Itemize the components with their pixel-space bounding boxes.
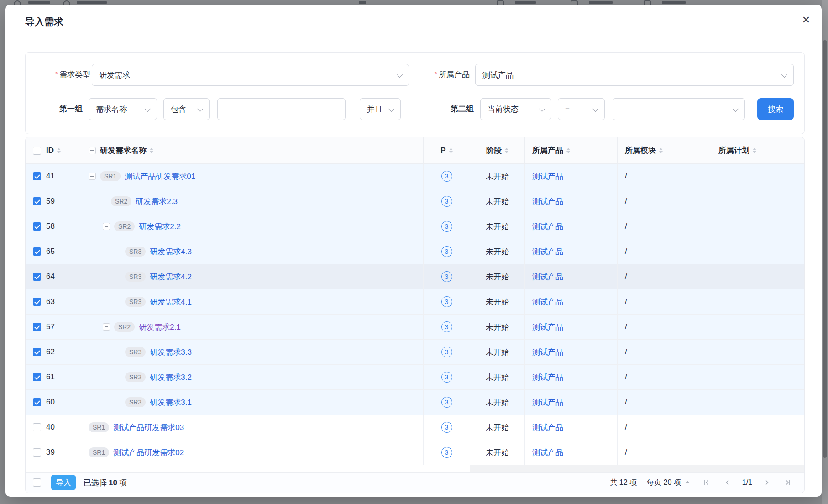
horizontal-scrollbar[interactable] — [26, 465, 804, 472]
row-checkbox[interactable] — [33, 323, 41, 331]
chevron-down-icon — [145, 106, 151, 112]
row-checkbox[interactable] — [33, 348, 41, 356]
cell-plan — [711, 239, 804, 264]
pagination-next-button[interactable] — [762, 478, 771, 487]
requirement-name-link[interactable]: 研发需求2.3 — [136, 196, 178, 207]
product-link[interactable]: 测试产品 — [532, 297, 563, 307]
row-checkbox[interactable] — [33, 298, 41, 306]
module-value: / — [625, 272, 627, 281]
cell-priority: 3 — [424, 289, 470, 314]
product-link[interactable]: 测试产品 — [532, 422, 563, 433]
sort-icon[interactable] — [57, 148, 61, 153]
sort-icon[interactable] — [659, 148, 663, 153]
import-button[interactable]: 导入 — [51, 475, 76, 490]
table-row[interactable]: 60 SR3 研发需求3.1 3 未开始 — [26, 390, 804, 415]
product-link[interactable]: 测试产品 — [532, 447, 563, 458]
row-id: 59 — [46, 197, 55, 206]
cell-stage: 未开始 — [470, 289, 525, 314]
table-row[interactable]: 40 SR1 测试产品研发需求03 3 未开始 — [26, 415, 804, 440]
requirement-name-link[interactable]: 测试产品研发需求01 — [125, 171, 195, 182]
requirement-type-select[interactable]: 研发需求 — [92, 64, 409, 86]
sort-icon[interactable] — [753, 148, 756, 153]
select-all-checkbox[interactable] — [33, 147, 41, 155]
cell-name: SR1 测试产品研发需求01 — [81, 164, 424, 189]
row-checkbox[interactable] — [33, 222, 41, 231]
horizontal-scrollbar-track[interactable] — [470, 465, 804, 472]
row-checkbox[interactable] — [33, 247, 41, 256]
product-link[interactable]: 测试产品 — [532, 347, 563, 357]
stage-value: 未开始 — [486, 272, 509, 282]
row-id: 41 — [46, 172, 55, 181]
screen: 导入需求 ✕ *需求类型 研发需求 *所属产品 测试产品 第一组 需求名称 包含… — [0, 0, 828, 504]
sort-icon[interactable] — [505, 148, 508, 153]
collapse-toggle-icon[interactable] — [89, 173, 96, 180]
table-row[interactable]: 41 SR1 测试产品研发需求01 3 未开始 — [26, 164, 804, 189]
row-checkbox[interactable] — [33, 448, 41, 457]
product-link[interactable]: 测试产品 — [532, 247, 563, 257]
row-checkbox[interactable] — [33, 197, 41, 205]
collapse-toggle-icon[interactable] — [103, 223, 110, 230]
sort-icon[interactable] — [150, 148, 153, 153]
product-link[interactable]: 测试产品 — [532, 322, 563, 332]
table-row[interactable]: 62 SR3 研发需求3.3 3 未开始 — [26, 340, 804, 365]
product-link[interactable]: 测试产品 — [532, 397, 563, 408]
requirement-name-link[interactable]: 研发需求4.3 — [150, 247, 192, 257]
page-indicator: 1/1 — [742, 478, 752, 487]
group1-keyword-input[interactable] — [217, 98, 346, 120]
row-checkbox[interactable] — [33, 398, 41, 406]
product-link[interactable]: 测试产品 — [532, 272, 563, 282]
priority-badge: 3 — [441, 447, 452, 458]
table-row[interactable]: 64 SR3 研发需求4.2 3 未开始 — [26, 264, 804, 289]
table-row[interactable]: 59 SR2 研发需求2.3 3 未开始 — [26, 189, 804, 214]
collapse-toggle-icon[interactable] — [103, 323, 110, 331]
product-link[interactable]: 测试产品 — [532, 196, 563, 207]
group2-field-select[interactable]: 当前状态 — [480, 98, 551, 120]
total-items-text: 共 12 项 — [610, 478, 637, 488]
row-checkbox[interactable] — [33, 172, 41, 180]
group1-operator-select[interactable]: 包含 — [163, 98, 210, 120]
requirement-name-link[interactable]: 研发需求4.1 — [150, 297, 192, 307]
pagination-prev-button[interactable] — [723, 478, 732, 487]
requirement-name-link[interactable]: 测试产品研发需求03 — [113, 422, 184, 433]
product-link[interactable]: 测试产品 — [532, 221, 563, 232]
requirement-name-link[interactable]: 研发需求4.2 — [150, 272, 192, 282]
sort-icon[interactable] — [449, 148, 453, 153]
stage-value: 未开始 — [486, 297, 509, 307]
row-checkbox[interactable] — [33, 373, 41, 381]
row-id: 57 — [46, 322, 55, 331]
requirement-name-link[interactable]: 测试产品研发需求02 — [113, 447, 184, 458]
pagination-first-button[interactable] — [702, 478, 711, 487]
required-asterisk: * — [434, 70, 437, 79]
footer-checkbox[interactable] — [33, 478, 41, 487]
stage-value: 未开始 — [486, 171, 509, 182]
table-row[interactable]: 57 SR2 研发需求2.1 3 未开始 — [26, 315, 804, 340]
group1-field-select[interactable]: 需求名称 — [89, 98, 157, 120]
product-select[interactable]: 测试产品 — [475, 64, 794, 86]
product-link[interactable]: 测试产品 — [532, 372, 563, 383]
cell-priority: 3 — [424, 189, 470, 214]
background-scrollbar — [822, 0, 828, 504]
table-row[interactable]: 39 SR1 测试产品研发需求02 3 未开始 — [26, 440, 804, 465]
close-icon[interactable]: ✕ — [799, 13, 813, 27]
requirement-name-link[interactable]: 研发需求3.3 — [150, 347, 192, 357]
logic-operator-select[interactable]: 并且 — [360, 98, 401, 120]
requirement-name-link[interactable]: 研发需求3.1 — [150, 397, 192, 408]
page-size-select[interactable]: 每页 20 项 — [647, 478, 690, 488]
group2-value-select[interactable] — [613, 98, 745, 120]
table-row[interactable]: 65 SR3 研发需求4.3 3 未开始 — [26, 239, 804, 264]
table-row[interactable]: 58 SR2 研发需求2.2 3 未开始 — [26, 214, 804, 239]
row-checkbox[interactable] — [33, 273, 41, 281]
collapse-all-icon[interactable] — [89, 147, 96, 154]
group2-operator-select[interactable]: = — [558, 98, 605, 120]
sort-icon[interactable] — [566, 148, 570, 153]
search-button[interactable]: 搜索 — [757, 98, 794, 120]
row-checkbox[interactable] — [33, 423, 41, 431]
product-link[interactable]: 测试产品 — [532, 171, 563, 182]
table-row[interactable]: 61 SR3 研发需求3.2 3 未开始 — [26, 365, 804, 390]
pagination-last-button[interactable] — [783, 478, 792, 487]
requirement-name-link[interactable]: 研发需求2.2 — [139, 221, 181, 232]
requirement-name-link[interactable]: 研发需求3.2 — [150, 372, 192, 383]
requirement-name-link[interactable]: 研发需求2.1 — [139, 322, 181, 332]
table-row[interactable]: 63 SR3 研发需求4.1 3 未开始 — [26, 289, 804, 315]
cell-product: 测试产品 — [525, 264, 618, 289]
